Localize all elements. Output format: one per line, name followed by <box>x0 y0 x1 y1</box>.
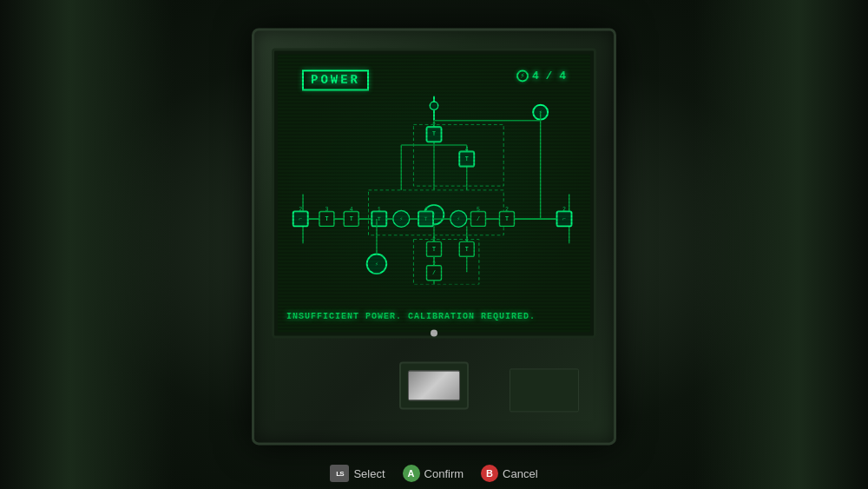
controller-hints-bar: LS Select A Confirm B Cancel <box>0 465 868 482</box>
terminal-housing: POWER ⚡ 4 / 4 ⚡ <box>252 28 616 445</box>
svg-text:2: 2 <box>299 207 302 213</box>
svg-text:2: 2 <box>562 207 566 213</box>
status-message: INSUFFICIENT POWER. CALIBRATION REQUIRED… <box>286 312 582 321</box>
confirm-label: Confirm <box>424 467 464 480</box>
svg-text:T: T <box>465 246 469 252</box>
card-chip <box>408 370 460 400</box>
screen-bezel: POWER ⚡ 4 / 4 ⚡ <box>272 48 596 338</box>
svg-text:T: T <box>505 215 509 221</box>
cancel-label: Cancel <box>503 467 537 480</box>
terminal-screen: POWER ⚡ 4 / 4 ⚡ <box>278 54 590 332</box>
confirm-hint[interactable]: A Confirm <box>403 465 464 482</box>
svg-text:⚡: ⚡ <box>457 215 460 221</box>
svg-text:T: T <box>325 215 328 221</box>
circuit-diagram: ⚡ <box>286 96 582 284</box>
panel-detail <box>510 368 579 412</box>
counter-value: 4 / 4 <box>532 69 566 83</box>
svg-text:3: 3 <box>325 207 328 213</box>
svg-text:T: T <box>465 155 469 162</box>
svg-text:5: 5 <box>477 207 480 213</box>
counter-icon: ⚡ <box>516 69 529 82</box>
svg-text:2: 2 <box>505 207 509 213</box>
b-button-icon: B <box>481 465 498 482</box>
dot-indicator <box>431 329 437 336</box>
svg-text:⊤: ⊤ <box>378 215 381 221</box>
svg-text:⚡: ⚡ <box>399 215 403 221</box>
svg-text:/: / <box>432 269 436 275</box>
svg-text:T: T <box>350 215 353 221</box>
svg-text:4: 4 <box>465 147 469 153</box>
right-pillar <box>694 0 868 489</box>
left-pillar <box>0 0 174 489</box>
svg-point-1 <box>430 102 437 109</box>
a-button-icon: A <box>403 465 420 482</box>
svg-text:1: 1 <box>378 207 381 213</box>
svg-text:⌐: ⌐ <box>299 215 302 221</box>
power-counter: ⚡ 4 / 4 <box>516 69 566 83</box>
card-slot <box>399 361 469 409</box>
svg-text:⊤: ⊤ <box>424 215 428 221</box>
power-label: POWER <box>302 69 369 90</box>
svg-text:⚡: ⚡ <box>375 261 378 267</box>
select-hint: LS Select <box>330 465 385 482</box>
svg-text:4: 4 <box>350 207 353 213</box>
ls-button-icon: LS <box>330 465 349 482</box>
svg-text:4: 4 <box>424 207 428 213</box>
svg-text:⌐: ⌐ <box>562 215 566 221</box>
svg-text:T: T <box>432 131 436 137</box>
bottom-panel <box>272 342 596 429</box>
cancel-hint[interactable]: B Cancel <box>481 465 537 482</box>
svg-text:T: T <box>432 246 436 252</box>
circuit-area[interactable]: ⚡ <box>286 96 582 284</box>
svg-text:2: 2 <box>432 122 436 129</box>
select-label: Select <box>353 467 385 480</box>
svg-text:/: / <box>477 215 480 221</box>
